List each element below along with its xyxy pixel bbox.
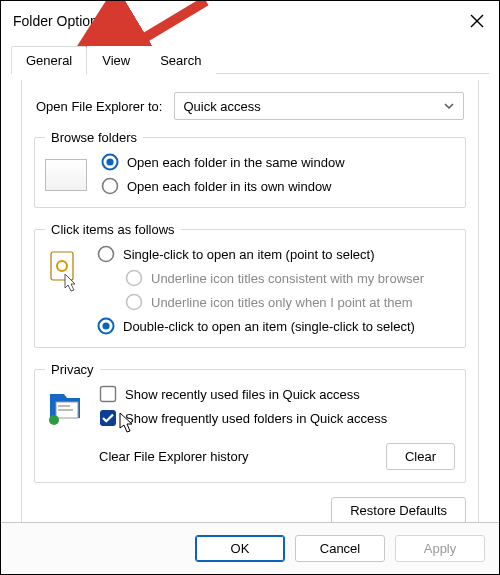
radio-underline-point-label: Underline icon titles only when I point … [151,295,413,310]
svg-point-4 [106,158,113,165]
privacy-group: Privacy Show re [34,362,466,483]
quick-access-icon [45,387,85,427]
dialog-footer: OK Cancel Apply [1,522,499,574]
checkbox-frequent-folders-label: Show frequently used folders in Quick ac… [125,411,387,426]
svg-point-9 [127,271,142,286]
tab-general[interactable]: General [11,46,87,74]
svg-rect-6 [51,252,73,280]
open-explorer-value: Quick access [183,99,260,114]
radio-single-click-label: Single-click to open an item (point to s… [123,247,374,262]
svg-rect-17 [101,387,116,402]
privacy-legend: Privacy [45,362,100,377]
radio-double-click[interactable] [97,317,115,335]
click-items-legend: Click items as follows [45,222,181,237]
open-explorer-select[interactable]: Quick access [174,92,464,120]
close-icon [470,14,484,28]
tabstrip: General View Search [11,45,489,74]
click-icon [45,249,83,293]
restore-defaults-button[interactable]: Restore Defaults [331,497,466,524]
clear-history-label: Clear File Explorer history [99,449,249,464]
browse-folders-group: Browse folders Open each folder in the s… [34,130,466,208]
svg-rect-14 [58,405,70,407]
checkbox-recent-files-label: Show recently used files in Quick access [125,387,360,402]
radio-underline-browser-label: Underline icon titles consistent with my… [151,271,424,286]
close-button[interactable] [465,9,489,33]
radio-underline-point [125,293,143,311]
open-explorer-label: Open File Explorer to: [36,99,162,114]
svg-point-10 [127,295,142,310]
svg-point-8 [99,247,114,262]
tab-view[interactable]: View [87,46,145,74]
clear-button[interactable]: Clear [386,443,455,470]
window-title: Folder Options [13,13,105,29]
radio-single-click[interactable] [97,245,115,263]
radio-same-window-label: Open each folder in the same window [127,155,345,170]
titlebar: Folder Options [1,1,499,37]
tab-search[interactable]: Search [145,46,216,74]
window-icon [45,159,87,191]
svg-point-16 [49,415,59,425]
general-panel: Open File Explorer to: Quick access Brow… [21,80,479,524]
cancel-button[interactable]: Cancel [295,535,385,562]
svg-point-12 [102,322,109,329]
tabs-container: General View Search Open File Explorer t… [1,37,499,526]
browse-folders-legend: Browse folders [45,130,143,145]
radio-own-window[interactable] [101,177,119,195]
chevron-down-icon [443,100,455,112]
click-items-group: Click items as follows Single-click to o… [34,222,466,348]
apply-button: Apply [395,535,485,562]
radio-double-click-label: Double-click to open an item (single-cli… [123,319,415,334]
ok-button[interactable]: OK [195,535,285,562]
svg-rect-15 [58,409,73,411]
radio-same-window[interactable] [101,153,119,171]
svg-point-5 [103,179,118,194]
radio-own-window-label: Open each folder in its own window [127,179,332,194]
open-explorer-row: Open File Explorer to: Quick access [36,92,464,120]
checkbox-frequent-folders[interactable] [99,409,117,427]
checkbox-recent-files[interactable] [99,385,117,403]
radio-underline-browser [125,269,143,287]
